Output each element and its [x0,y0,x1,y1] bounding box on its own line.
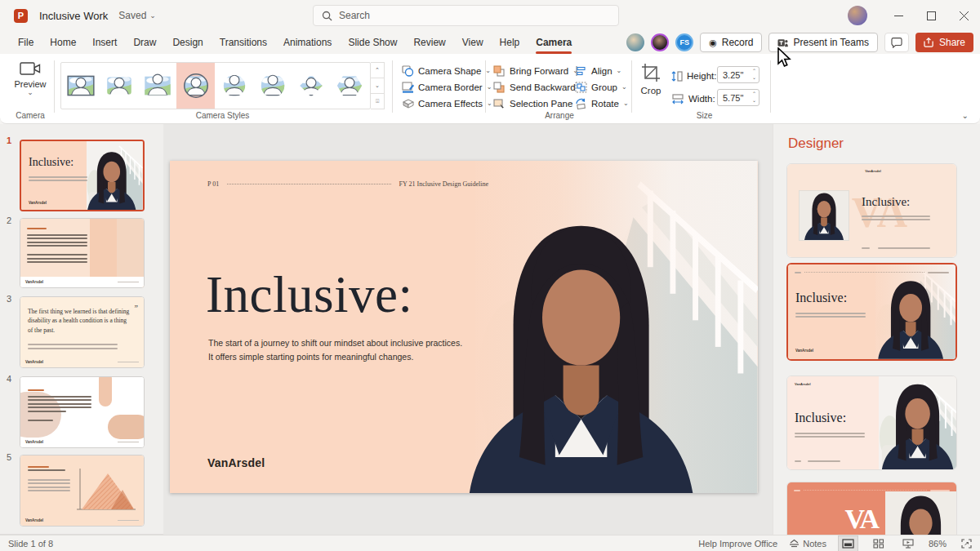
spinner-down-icon[interactable]: ⌄ [752,97,756,104]
slideshow-icon [902,539,914,549]
tab-file[interactable]: File [10,33,42,52]
rotate-button[interactable]: Rotate ⌄ [575,96,629,112]
crop-button[interactable]: Crop [637,63,665,96]
width-input[interactable]: 5.75" ⌃⌄ [717,89,760,106]
slide-subtitle[interactable]: The start of a journey to shift our mind… [208,336,462,365]
camera-style-circle-pop[interactable] [215,63,253,109]
slide-page-number: P 01 [207,180,219,188]
height-field-label: Height: [671,68,716,84]
bring-forward-button[interactable]: Bring Forward ⌄ [493,63,578,79]
subtitle-line-2: It offers simple starting points for mea… [208,350,462,364]
camera-style-rectangle[interactable] [61,63,100,109]
tab-view[interactable]: View [454,33,492,52]
slide-counter[interactable]: Slide 1 of 8 [8,539,53,549]
preview-button[interactable]: Preview ⌄ [8,60,52,111]
camera-style-diamond[interactable] [292,63,330,109]
camera-style-circle-open[interactable] [253,63,292,109]
send-backward-label: Send Backward [510,82,576,92]
notes-icon [789,539,800,548]
record-button[interactable]: ◉ Record [700,33,762,52]
save-status-dropdown[interactable]: Saved ⌄ [118,10,156,21]
bring-forward-icon [493,65,506,77]
tab-transitions[interactable]: Transitions [212,33,275,52]
notes-button[interactable]: Notes [789,539,826,549]
camera-style-hexagon[interactable] [330,63,368,109]
record-icon: ◉ [709,38,717,48]
tab-camera[interactable]: Camera [528,33,580,52]
camera-border-button[interactable]: Camera Border ⌄ [402,79,492,96]
group-divider [631,60,632,113]
fit-slide-button[interactable] [958,535,975,551]
camera-effects-button[interactable]: Camera Effects ⌄ [402,96,492,112]
normal-view-button[interactable] [838,535,858,551]
search-input[interactable]: Search [313,5,619,26]
gallery-scroll-up[interactable]: ⌃ [371,63,384,78]
tab-animations[interactable]: Animations [275,33,340,52]
search-icon [322,11,332,21]
slide-thumbnail-4[interactable]: VanArsdel [20,376,145,448]
selection-pane-button[interactable]: Selection Pane [493,96,572,112]
help-improve-office-button[interactable]: Help Improve Office [698,539,777,549]
gallery-scroll: ⌃ ⌄ ⍗ [371,62,385,109]
present-in-teams-label: Present in Teams [793,37,869,48]
slide-title[interactable]: Inclusive: [206,265,412,325]
designer-suggestion-3[interactable]: VanArsdel Inclusive: [786,375,957,470]
tab-design[interactable]: Design [164,33,211,52]
align-button[interactable]: Align ⌄ [575,63,621,79]
tab-home[interactable]: Home [42,33,84,52]
gallery-more-button[interactable]: ⍗ [371,94,384,109]
slide-thumbnail-5[interactable]: VanArsdel [20,455,145,527]
thumbnail-logo: VanArsdel [25,280,43,284]
comment-icon [891,38,902,48]
camera-style-rounded[interactable] [100,63,138,109]
group-button[interactable]: Group ⌄ [575,79,627,96]
tab-slide-show[interactable]: Slide Show [340,33,405,52]
collaborator-avatar[interactable] [651,33,669,51]
height-input[interactable]: 3.25" ⌃⌄ [717,66,760,83]
gallery-more-icon: ⍗ [376,98,379,104]
zoom-level[interactable]: 86% [929,539,947,549]
rotate-icon [575,98,587,109]
minimize-button[interactable] [882,0,915,31]
document-title[interactable]: Inclusive Work [39,10,108,22]
current-slide[interactable]: P 01 FY 21 Inclusive Design Guideline In… [170,161,758,493]
thumbnail-number: 3 [7,294,11,304]
designer-suggestion-1[interactable]: VA VanArsdel Inclusive: [786,163,957,258]
collapse-ribbon-button[interactable]: ⌄ [962,111,969,120]
share-button[interactable]: Share [915,33,973,52]
slide-person-photo[interactable] [446,214,716,493]
width-label: Width: [688,94,715,104]
slideshow-view-button[interactable] [899,535,917,551]
chevron-down-icon: ⌄ [487,100,492,107]
camera-shape-button[interactable]: Camera Shape ⌄ [402,63,491,79]
spinner-down-icon[interactable]: ⌄ [752,74,756,81]
collaborator-avatar-initials[interactable]: FS [675,33,693,51]
slide-thumbnail-2[interactable]: VanArsdel [20,218,145,288]
title-bar: P Inclusive Work Saved ⌄ Search [0,0,980,31]
tab-insert[interactable]: Insert [84,33,125,52]
present-in-teams-button[interactable]: Present in Teams [768,33,878,52]
gallery-scroll-down[interactable]: ⌄ [371,78,384,94]
slide-thumbnail-3[interactable]: The first thing we learned is that defin… [20,296,145,368]
tab-draw[interactable]: Draw [125,33,164,52]
tab-help[interactable]: Help [492,33,528,52]
send-backward-button[interactable]: Send Backward ⌄ [493,79,585,96]
user-avatar[interactable] [848,6,867,25]
tab-review[interactable]: Review [405,33,453,52]
designer-suggestion-2-selected[interactable]: Inclusive: VanArsdel [786,263,957,361]
slide-sorter-view-button[interactable] [870,535,888,551]
powerpoint-logo-icon[interactable]: P [14,9,28,23]
comments-button[interactable] [884,33,909,52]
collaborator-avatar[interactable] [626,33,644,51]
spinner-up-icon[interactable]: ⌃ [752,91,756,97]
designer-title: Designer [788,136,980,152]
slide-thumbnail-1[interactable]: Inclusive: VanArsdel [20,140,145,211]
maximize-button[interactable] [915,0,947,31]
card-title: Inclusive: [862,195,910,209]
spinner-up-icon[interactable]: ⌃ [752,68,756,74]
camera-style-cutout[interactable] [138,63,176,109]
ribbon-tabs: File Home Insert Draw Design Transitions… [10,33,580,52]
close-button[interactable] [947,0,980,31]
camera-style-circle-selected[interactable] [176,63,215,109]
quote-mark: ” [135,304,138,313]
